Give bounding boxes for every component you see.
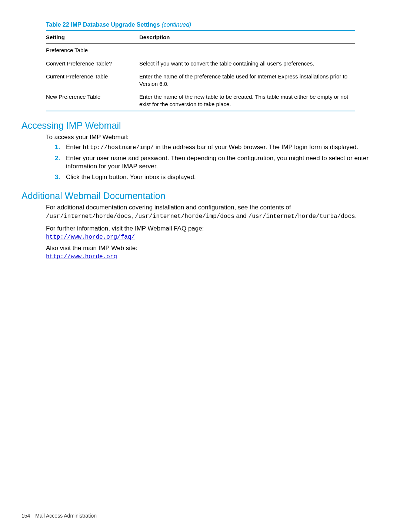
para-post: .: [355, 212, 357, 219]
cell-setting: Preference Table: [46, 44, 139, 57]
page-footer: 154 Mail Access Administration: [21, 513, 97, 519]
page-number: 154: [21, 513, 30, 519]
intro-text: To access your IMP Webmail:: [46, 133, 373, 142]
cell-setting: New Preference Table: [46, 90, 139, 111]
cell-description: [139, 44, 355, 57]
para-pre: For additional documentation covering in…: [46, 204, 291, 211]
steps-list: 1. Enter http://hostname/imp/ in the add…: [46, 143, 373, 182]
step-text: Click the Login button. Your inbox is di…: [66, 174, 196, 181]
para-docs: For additional documentation covering in…: [46, 203, 373, 221]
step-code: http://hostname/imp/: [83, 144, 154, 151]
chapter-name: Mail Access Administration: [35, 513, 97, 519]
table-row: Convert Preference Table? Select if you …: [46, 57, 355, 70]
code-path: /usr/internet/horde/turba/docs: [249, 213, 355, 220]
code-path: /usr/internet/horde/imp/docs: [135, 213, 234, 220]
step-text-pre: Enter: [66, 144, 83, 151]
table-caption-continued: (continued): [161, 21, 191, 28]
table-row: Preference Table: [46, 44, 355, 57]
settings-table: Setting Description Preference Table Con…: [46, 30, 355, 111]
cell-description: Enter the name of the preference table u…: [139, 70, 355, 90]
cell-setting: Current Preference Table: [46, 70, 139, 90]
step-text: Enter your user name and password. Then …: [66, 155, 369, 170]
link-main-site[interactable]: http://www.horde.org: [46, 253, 373, 260]
heading-accessing-imp: Accessing IMP Webmail: [21, 120, 373, 131]
list-item: 3. Click the Login button. Your inbox is…: [46, 173, 373, 182]
para-mid: and: [234, 212, 249, 219]
col-header-setting: Setting: [46, 31, 139, 44]
table-row: Current Preference Table Enter the name …: [46, 70, 355, 90]
heading-additional-docs: Additional Webmail Documentation: [21, 191, 373, 201]
list-item: 1. Enter http://hostname/imp/ in the add…: [46, 143, 373, 152]
step-text-post: in the address bar of your Web browser. …: [154, 144, 358, 151]
cell-description: Enter the name of the new table to be cr…: [139, 90, 355, 111]
list-item: 2. Enter your user name and password. Th…: [46, 154, 373, 171]
step-number: 3.: [55, 173, 60, 182]
link-faq[interactable]: http://www.horde.org/faq/: [46, 234, 373, 240]
cell-description: Select if you want to convert the table …: [139, 57, 355, 70]
table-header-row: Setting Description: [46, 31, 355, 44]
para-faq: For further information, visit the IMP W…: [46, 225, 373, 233]
table-caption: Table 22 IMP Database Upgrade Settings (…: [46, 21, 373, 28]
para-main-site: Also visit the main IMP Web site:: [46, 244, 373, 253]
table-row: New Preference Table Enter the name of t…: [46, 90, 355, 111]
col-header-description: Description: [139, 31, 355, 44]
step-number: 1.: [55, 143, 60, 152]
step-number: 2.: [55, 154, 60, 163]
para-mid: ,: [131, 212, 134, 219]
code-path: /usr/internet/horde/docs: [46, 213, 131, 220]
cell-setting: Convert Preference Table?: [46, 57, 139, 70]
table-caption-text: Table 22 IMP Database Upgrade Settings: [46, 21, 161, 28]
